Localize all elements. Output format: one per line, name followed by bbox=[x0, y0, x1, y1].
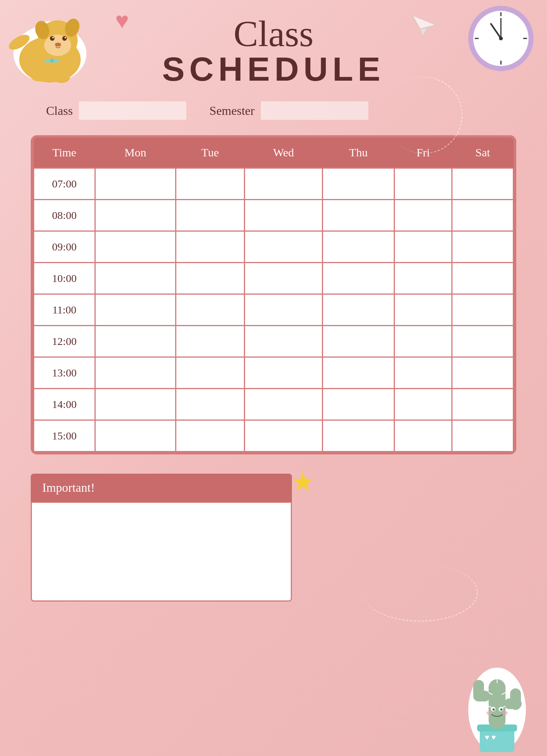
schedule-cell[interactable] bbox=[176, 326, 244, 357]
header-thu: Thu bbox=[323, 138, 395, 168]
schedule-cell[interactable] bbox=[245, 231, 323, 263]
table-row: 09:00 bbox=[34, 231, 514, 263]
schedule-cell[interactable] bbox=[245, 294, 323, 326]
table-row: 13:00 bbox=[34, 357, 514, 389]
schedule-cell[interactable] bbox=[323, 231, 395, 263]
schedule-cell[interactable] bbox=[176, 357, 244, 389]
svg-rect-36 bbox=[510, 688, 521, 710]
header-time: Time bbox=[34, 138, 95, 168]
table-row: 07:00 bbox=[34, 168, 514, 200]
page-container: ♥ Class SCHEDULE bbox=[0, 0, 547, 756]
schedule-cell[interactable] bbox=[176, 231, 244, 263]
schedule-cell[interactable] bbox=[452, 294, 514, 326]
time-cell: 10:00 bbox=[34, 263, 95, 294]
schedule-cell[interactable] bbox=[394, 231, 452, 263]
schedule-table-wrapper: Time Mon Tue Wed Thu Fri Sat 07:0008:000… bbox=[31, 135, 516, 454]
schedule-cell[interactable] bbox=[452, 168, 514, 200]
schedule-cell[interactable] bbox=[245, 200, 323, 231]
schedule-cell[interactable] bbox=[95, 168, 176, 200]
class-label: Class bbox=[46, 104, 73, 118]
semester-input[interactable] bbox=[261, 101, 368, 120]
schedule-cell[interactable] bbox=[323, 200, 395, 231]
schedule-cell[interactable] bbox=[95, 389, 176, 420]
important-section: Important! ★ bbox=[31, 474, 292, 602]
schedule-cell[interactable] bbox=[95, 326, 176, 357]
table-row: 14:00 bbox=[34, 389, 514, 420]
schedule-table: Time Mon Tue Wed Thu Fri Sat 07:0008:000… bbox=[33, 138, 514, 452]
schedule-cell[interactable] bbox=[245, 263, 323, 294]
table-row: 10:00 bbox=[34, 263, 514, 294]
svg-rect-32 bbox=[489, 679, 506, 729]
schedule-cell[interactable] bbox=[245, 389, 323, 420]
schedule-cell[interactable] bbox=[176, 420, 244, 452]
schedule-cell[interactable] bbox=[245, 326, 323, 357]
schedule-cell[interactable] bbox=[245, 168, 323, 200]
schedule-cell[interactable] bbox=[176, 263, 244, 294]
time-cell: 09:00 bbox=[34, 231, 95, 263]
schedule-cell[interactable] bbox=[95, 263, 176, 294]
time-cell: 13:00 bbox=[34, 357, 95, 389]
important-body[interactable] bbox=[31, 502, 292, 602]
class-form-group: Class bbox=[46, 101, 186, 120]
svg-point-44 bbox=[492, 708, 495, 711]
table-row: 12:00 bbox=[34, 326, 514, 357]
schedule-cell[interactable] bbox=[95, 200, 176, 231]
schedule-cell[interactable] bbox=[452, 420, 514, 452]
schedule-cell[interactable] bbox=[323, 168, 395, 200]
header-wed: Wed bbox=[245, 138, 323, 168]
schedule-cell[interactable] bbox=[452, 326, 514, 357]
schedule-cell[interactable] bbox=[95, 231, 176, 263]
cactus-sticker: ♥ ♥ bbox=[459, 648, 535, 748]
schedule-cell[interactable] bbox=[452, 389, 514, 420]
schedule-cell[interactable] bbox=[394, 200, 452, 231]
semester-label: Semester bbox=[209, 104, 254, 118]
schedule-cell[interactable] bbox=[452, 200, 514, 231]
schedule-cell[interactable] bbox=[245, 420, 323, 452]
schedule-cell[interactable] bbox=[394, 294, 452, 326]
schedule-cell[interactable] bbox=[323, 326, 395, 357]
schedule-cell[interactable] bbox=[245, 357, 323, 389]
title-class-cursive: Class bbox=[31, 15, 516, 52]
table-row: 15:00 bbox=[34, 420, 514, 452]
time-cell: 08:00 bbox=[34, 200, 95, 231]
schedule-cell[interactable] bbox=[176, 200, 244, 231]
schedule-cell[interactable] bbox=[394, 168, 452, 200]
svg-rect-34 bbox=[473, 680, 484, 699]
schedule-cell[interactable] bbox=[95, 294, 176, 326]
header-tue: Tue bbox=[176, 138, 244, 168]
schedule-cell[interactable] bbox=[176, 168, 244, 200]
star-sticker: ★ bbox=[291, 466, 315, 497]
schedule-cell[interactable] bbox=[394, 263, 452, 294]
schedule-cell[interactable] bbox=[323, 263, 395, 294]
title-schedule: SCHEDULE bbox=[31, 52, 516, 86]
time-cell: 11:00 bbox=[34, 294, 95, 326]
schedule-cell[interactable] bbox=[394, 357, 452, 389]
important-header: Important! bbox=[31, 474, 292, 502]
class-input[interactable] bbox=[79, 101, 186, 120]
schedule-cell[interactable] bbox=[176, 389, 244, 420]
schedule-cell[interactable] bbox=[95, 420, 176, 452]
schedule-cell[interactable] bbox=[176, 294, 244, 326]
schedule-cell[interactable] bbox=[323, 357, 395, 389]
time-cell: 07:00 bbox=[34, 168, 95, 200]
schedule-cell[interactable] bbox=[452, 357, 514, 389]
header-mon: Mon bbox=[95, 138, 176, 168]
semester-form-group: Semester bbox=[209, 101, 368, 120]
schedule-cell[interactable] bbox=[394, 420, 452, 452]
time-cell: 12:00 bbox=[34, 326, 95, 357]
table-row: 11:00 bbox=[34, 294, 514, 326]
schedule-cell[interactable] bbox=[323, 420, 395, 452]
schedule-cell[interactable] bbox=[452, 263, 514, 294]
schedule-cell[interactable] bbox=[323, 389, 395, 420]
time-cell: 15:00 bbox=[34, 420, 95, 452]
time-cell: 14:00 bbox=[34, 389, 95, 420]
schedule-cell[interactable] bbox=[394, 326, 452, 357]
schedule-cell[interactable] bbox=[95, 357, 176, 389]
schedule-cell[interactable] bbox=[452, 231, 514, 263]
schedule-cell[interactable] bbox=[394, 389, 452, 420]
header-sat: Sat bbox=[452, 138, 514, 168]
schedule-cell[interactable] bbox=[323, 294, 395, 326]
table-row: 08:00 bbox=[34, 200, 514, 231]
deco-dashed-circle-bottom bbox=[363, 564, 478, 622]
svg-text:♥ ♥: ♥ ♥ bbox=[485, 733, 496, 741]
